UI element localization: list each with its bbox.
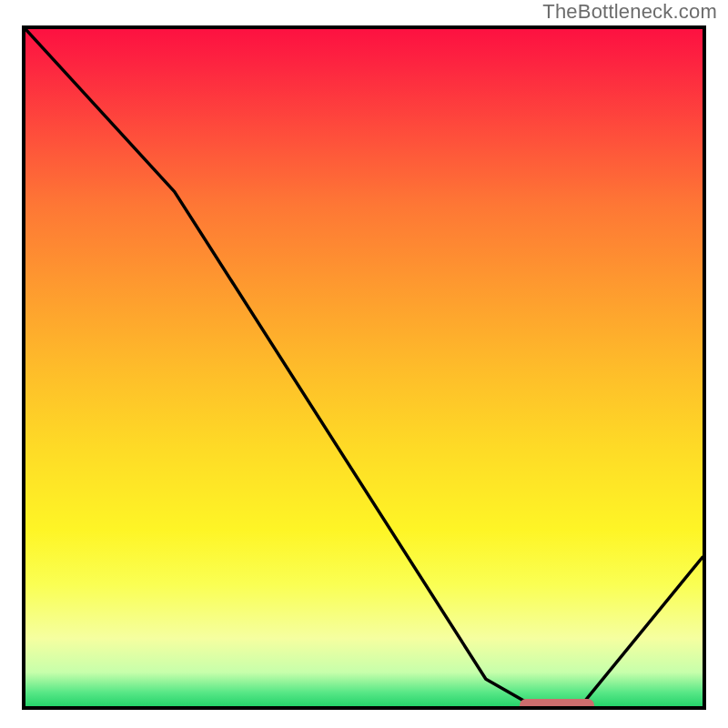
attribution-text: TheBottleneck.com bbox=[542, 0, 717, 24]
optimum-marker bbox=[520, 699, 594, 710]
plot-area bbox=[22, 25, 706, 710]
bottleneck-curve bbox=[25, 29, 703, 706]
chart-container: TheBottleneck.com bbox=[0, 0, 728, 728]
